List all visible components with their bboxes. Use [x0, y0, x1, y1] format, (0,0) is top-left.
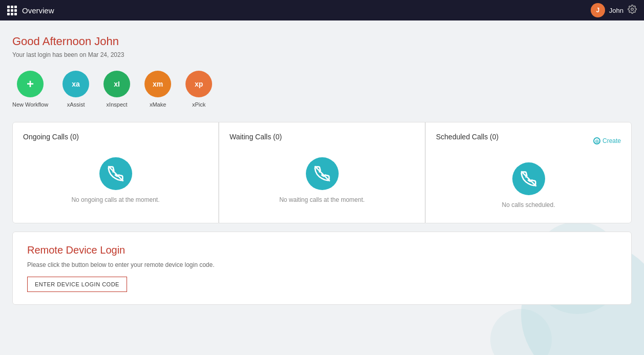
xassist-icon: xa — [63, 71, 89, 97]
waiting-no-calls-text: No waiting calls at the moment. — [279, 196, 365, 203]
settings-icon[interactable] — [628, 5, 637, 16]
ongoing-no-calls-icon — [99, 157, 132, 190]
grid-icon[interactable] — [7, 6, 17, 15]
workflow-item-xassist[interactable]: xa xAssist — [63, 71, 89, 108]
topbar-right: J John — [591, 3, 637, 17]
ongoing-no-calls-text: No ongoing calls at the moment. — [71, 196, 159, 203]
xinspect-icon: xI — [103, 71, 130, 97]
topbar-title: Overview — [22, 6, 54, 15]
scheduled-no-calls-icon — [512, 162, 545, 195]
scheduled-no-calls-text: No calls scheduled. — [502, 201, 555, 208]
waiting-calls-card: Waiting Calls (0) No waiting calls at th… — [219, 122, 425, 223]
scheduled-calls-empty: No calls scheduled. — [436, 154, 621, 213]
workflow-item-new[interactable]: + New Workflow — [12, 71, 48, 108]
workflow-item-xinspect[interactable]: xI xInspect — [103, 71, 130, 108]
waiting-calls-title: Waiting Calls (0) — [230, 133, 414, 141]
waiting-calls-empty: No waiting calls at the moment. — [230, 149, 414, 207]
xmake-icon: xm — [144, 71, 171, 97]
create-button[interactable]: ⊕ Create — [593, 137, 621, 144]
ongoing-calls-empty: No ongoing calls at the moment. — [23, 149, 208, 207]
username-label: John — [609, 7, 624, 14]
svg-point-0 — [631, 8, 634, 11]
xinspect-label: xInspect — [107, 101, 128, 108]
create-label: Create — [603, 137, 621, 144]
xpick-icon: xp — [185, 71, 212, 97]
new-workflow-label: New Workflow — [12, 101, 48, 108]
scheduled-calls-card: Scheduled Calls (0) ⊕ Create No calls sc… — [425, 122, 632, 223]
ongoing-calls-title: Ongoing Calls (0) — [23, 133, 208, 141]
greeting-heading: Good Afternoon John — [12, 35, 632, 48]
cards-row: Ongoing Calls (0) No ongoing calls at th… — [12, 122, 632, 223]
xpick-label: xPick — [192, 101, 205, 108]
main-content: Good Afternoon John Your last login has … — [0, 20, 644, 319]
avatar: J — [591, 3, 605, 17]
xmake-label: xMake — [150, 101, 166, 108]
create-circle-icon: ⊕ — [593, 137, 600, 144]
scheduled-card-header: Scheduled Calls (0) ⊕ Create — [436, 133, 621, 149]
topbar-left: Overview — [7, 6, 54, 15]
waiting-no-calls-icon — [306, 157, 339, 190]
topbar: Overview J John — [0, 0, 644, 20]
remote-device-description: Please click the button below to enter y… — [27, 261, 617, 268]
remote-device-card: Remote Device Login Please click the but… — [12, 232, 632, 305]
ongoing-calls-card: Ongoing Calls (0) No ongoing calls at th… — [12, 122, 219, 223]
xassist-label: xAssist — [67, 101, 85, 108]
workflow-item-xmake[interactable]: xm xMake — [144, 71, 171, 108]
workflow-row: + New Workflow xa xAssist xI xInspect xm… — [12, 71, 632, 108]
remote-device-title: Remote Device Login — [27, 244, 617, 256]
enter-device-login-button[interactable]: ENTER DEVICE LOGIN CODE — [27, 277, 127, 292]
workflow-item-xpick[interactable]: xp xPick — [185, 71, 212, 108]
new-workflow-icon: + — [17, 71, 44, 97]
scheduled-calls-title: Scheduled Calls (0) — [436, 133, 498, 141]
last-login-text: Your last login has been on Mar 24, 2023 — [12, 51, 632, 58]
